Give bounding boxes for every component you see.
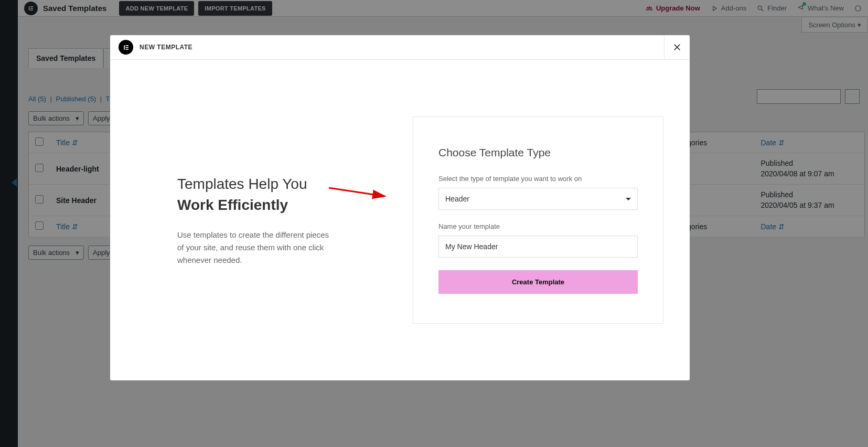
template-name-field[interactable] <box>438 236 638 258</box>
new-template-modal: NEW TEMPLATE Templates Help You Work Eff… <box>110 35 690 380</box>
svg-rect-8 <box>124 45 125 50</box>
modal-marketing-copy: Templates Help You Work Efficiently Use … <box>136 174 389 266</box>
modal-title: NEW TEMPLATE <box>140 44 192 51</box>
type-select-label: Select the type of template you want to … <box>438 175 638 183</box>
name-input-label: Name your template <box>438 222 638 230</box>
modal-header: NEW TEMPLATE <box>110 35 690 60</box>
form-title: Choose Template Type <box>438 146 638 159</box>
svg-rect-11 <box>125 49 128 50</box>
copy-line-2: Work Efficiently <box>177 195 368 215</box>
create-template-button[interactable]: Create Template <box>438 270 638 294</box>
copy-line-1: Templates Help You <box>177 176 307 192</box>
elementor-logo-icon <box>119 40 133 55</box>
close-modal-button[interactable] <box>664 35 681 59</box>
svg-rect-9 <box>125 45 128 46</box>
template-name-input[interactable] <box>445 242 631 251</box>
close-icon <box>673 43 681 51</box>
template-type-select[interactable]: Header <box>438 188 638 210</box>
chevron-down-icon <box>626 198 631 200</box>
template-form: Choose Template Type Select the type of … <box>413 116 663 324</box>
svg-rect-10 <box>125 47 128 48</box>
copy-body: Use templates to create the different pi… <box>177 229 335 267</box>
template-type-value: Header <box>445 195 469 203</box>
